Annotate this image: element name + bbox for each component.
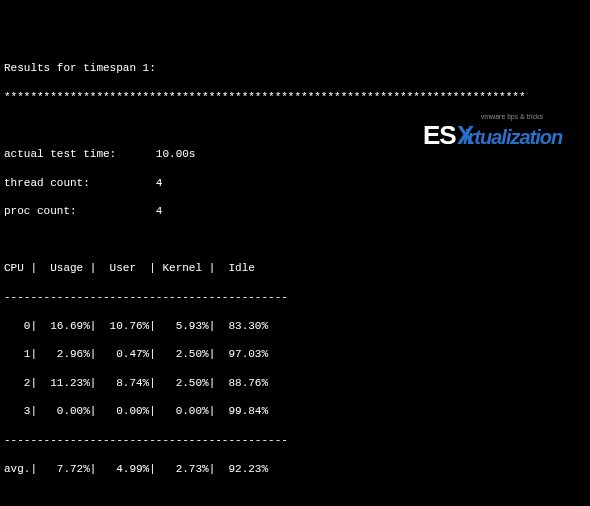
blank bbox=[4, 233, 586, 247]
blank bbox=[4, 118, 586, 132]
cpu-row: 1| 2.96%| 0.47%| 2.50%| 97.03% bbox=[4, 347, 586, 361]
cpu-dashes: ----------------------------------------… bbox=[4, 290, 586, 304]
cpu-row: 3| 0.00%| 0.00%| 0.00%| 99.84% bbox=[4, 404, 586, 418]
cpu-avg: avg.| 7.72%| 4.99%| 2.73%| 92.23% bbox=[4, 462, 586, 476]
blank bbox=[4, 490, 586, 504]
results-title: Results for timespan 1: bbox=[4, 61, 586, 75]
actual-test-time: actual test time: 10.00s bbox=[4, 147, 586, 161]
cpu-header: CPU | Usage | User | Kernel | Idle bbox=[4, 261, 586, 275]
proc-count: proc count: 4 bbox=[4, 204, 586, 218]
stars-line: ****************************************… bbox=[4, 90, 586, 104]
thread-count: thread count: 4 bbox=[4, 176, 586, 190]
cpu-row: 0| 16.69%| 10.76%| 5.93%| 83.30% bbox=[4, 319, 586, 333]
cpu-row: 2| 11.23%| 8.74%| 2.50%| 88.76% bbox=[4, 376, 586, 390]
cpu-dashes: ----------------------------------------… bbox=[4, 433, 586, 447]
